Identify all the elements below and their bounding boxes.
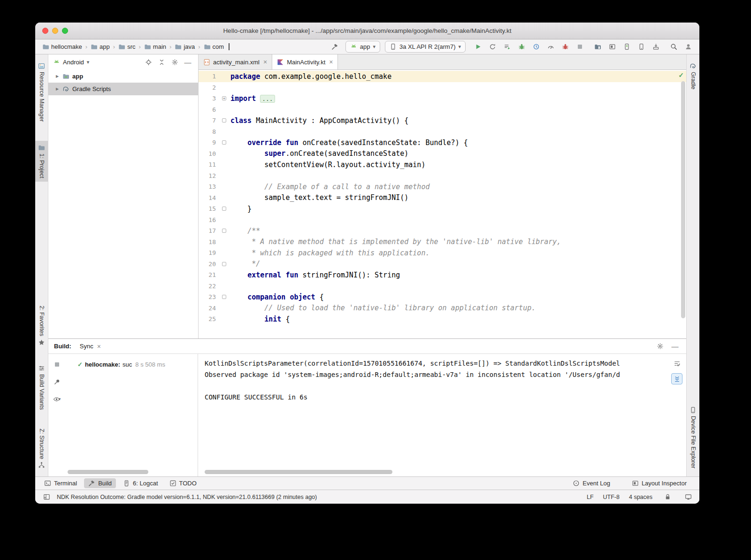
tool-button-device-file-explorer[interactable]: Device File Explorer [687, 403, 699, 472]
code-line: 12 [199, 170, 686, 182]
tree-horizontal-scrollbar[interactable] [68, 470, 148, 474]
hide-project-panel-button[interactable]: — [182, 57, 193, 68]
device-file-explorer-button[interactable] [592, 41, 603, 53]
locate-file-button[interactable] [143, 57, 154, 68]
profile-app-button[interactable] [545, 41, 556, 53]
stop-button[interactable] [574, 41, 585, 53]
tool-button-favorites[interactable]: 2: Favorites [35, 302, 48, 349]
output-horizontal-scrollbar[interactable] [205, 470, 392, 474]
project-settings-button[interactable] [169, 57, 180, 68]
scroll-to-end-button[interactable] [671, 373, 682, 384]
debug-button[interactable] [516, 41, 527, 53]
stop-build-button[interactable] [51, 359, 62, 370]
run-config-select[interactable]: app ▾ [345, 41, 380, 53]
terminal-icon [44, 480, 51, 487]
breadcrumb: hellocmake›app›src›main›java›com [41, 43, 230, 51]
fold-marker[interactable] [222, 262, 226, 266]
collapse-all-button[interactable] [156, 57, 167, 68]
editor-vertical-scrollbar[interactable] [681, 81, 685, 318]
editor[interactable]: 1package com.example.google.hello_cmake2… [199, 70, 686, 338]
minimize-window-button[interactable] [52, 28, 58, 34]
breadcrumb-item[interactable]: hellocmake [41, 43, 84, 51]
code-line: 1package com.example.google.hello_cmake [199, 71, 686, 82]
breadcrumb-item[interactable]: com [202, 43, 226, 51]
chevron-right-icon[interactable]: ▶ [55, 87, 60, 91]
resource-image-icon [38, 62, 45, 69]
breadcrumb-item[interactable]: app [89, 43, 111, 51]
breadcrumb-item[interactable]: src [117, 43, 137, 51]
tool-button-event-log[interactable]: Event Log [568, 478, 614, 488]
pin-tab-button[interactable] [51, 376, 62, 387]
filter-button[interactable]: ▾ [51, 393, 62, 405]
build-task-row[interactable]: ✓ hellocmake: suc 8 s 508 ms [65, 359, 198, 370]
soft-wrap-button[interactable] [671, 358, 682, 369]
encoding-widget[interactable]: UTF-8 [603, 494, 620, 500]
breadcrumb-item[interactable]: main [143, 43, 168, 51]
chevron-right-icon[interactable]: ▶ [55, 74, 60, 78]
tab-activity-main-xml[interactable]: activity_main.xml× [199, 54, 272, 69]
close-icon[interactable]: × [97, 343, 101, 350]
chevron-down-icon[interactable]: ▾ [87, 59, 90, 65]
line-separator-widget[interactable]: LF [587, 494, 594, 500]
tool-button-resource-manager[interactable]: Resource Manager [35, 59, 48, 125]
project-view-select[interactable]: Android [63, 59, 84, 66]
build-settings-button[interactable] [654, 341, 666, 352]
attach-debugger-button[interactable] [559, 41, 571, 53]
tool-button-terminal[interactable]: Terminal [40, 478, 81, 488]
build-output: KotlinDslScriptsParameter(correlationId=… [198, 354, 667, 476]
chevron-right-icon: › [169, 43, 171, 50]
search-everywhere-button[interactable] [668, 41, 679, 53]
code-line: 21 external fun stringFromJNI(): String [199, 269, 686, 281]
fold-marker[interactable] [222, 118, 226, 123]
fold-marker[interactable] [222, 229, 226, 233]
code-line: 15 } [199, 203, 686, 215]
sdk-manager-button[interactable] [650, 41, 661, 53]
tool-button-logcat[interactable]: 6: Logcat [119, 478, 162, 488]
main-toolbar: hellocmake›app›src›main›java›com app ▾ 3… [35, 39, 699, 54]
line-number: 1 [199, 73, 220, 80]
tool-button-layout-inspector[interactable]: Layout Inspector [628, 478, 691, 488]
apply-changes-button[interactable] [487, 41, 498, 53]
profile-avatar-button[interactable] [682, 41, 694, 53]
code-line: 23 companion object { [199, 292, 686, 303]
project-panel-header: Android ▾ — [48, 54, 198, 70]
layout-inspector-button[interactable] [606, 41, 618, 53]
fold-marker[interactable] [222, 295, 226, 299]
tool-button-todo[interactable]: TODO [165, 478, 201, 488]
device-manager-button[interactable] [636, 41, 647, 53]
fold-marker[interactable]: + [222, 96, 226, 100]
avd-manager-button[interactable] [621, 41, 632, 53]
close-icon[interactable]: × [329, 58, 333, 66]
tab-mainactivity-kt[interactable]: MainActivity.kt× [272, 54, 338, 69]
profiler-button[interactable] [530, 41, 542, 53]
breadcrumb-item[interactable]: java [173, 43, 196, 51]
apply-code-changes-button[interactable] [501, 41, 513, 53]
tool-button-build[interactable]: Build [84, 478, 116, 488]
indent-widget[interactable]: 4 spaces [629, 494, 652, 500]
tree-item-gradle-scripts[interactable]: ▶Gradle Scripts [48, 83, 198, 95]
phone-icon [638, 43, 645, 50]
build-project-button[interactable] [330, 41, 341, 53]
tab-sync[interactable]: Sync × [80, 343, 101, 350]
close-window-button[interactable] [42, 28, 48, 34]
tree-item-app[interactable]: ▶app [48, 70, 198, 83]
close-icon[interactable]: × [263, 58, 267, 66]
tool-window-switcher-button[interactable] [41, 491, 52, 503]
screen-reader-button[interactable] [682, 491, 694, 503]
monitor-icon [685, 493, 692, 500]
device-select[interactable]: 3a XL API R 2(arm7) ▾ [385, 41, 466, 53]
lock-button[interactable] [662, 491, 673, 503]
hide-build-panel-button[interactable]: — [669, 341, 681, 352]
fold-marker[interactable] [222, 207, 226, 211]
chevron-right-icon: › [139, 43, 141, 50]
run-button[interactable] [472, 41, 483, 53]
tool-button-project[interactable]: 1: Project [35, 141, 48, 182]
phone-android-icon [623, 43, 630, 50]
inspections-ok-icon[interactable]: ✓ [678, 71, 684, 79]
line-number: 17 [199, 227, 220, 234]
tool-button-structure[interactable]: Z: Structure [35, 425, 48, 472]
fold-marker[interactable] [222, 140, 226, 145]
zoom-window-button[interactable] [62, 28, 68, 34]
tool-button-build-variants[interactable]: Build Variants [35, 361, 48, 413]
tool-button-gradle[interactable]: Gradle [687, 59, 699, 93]
